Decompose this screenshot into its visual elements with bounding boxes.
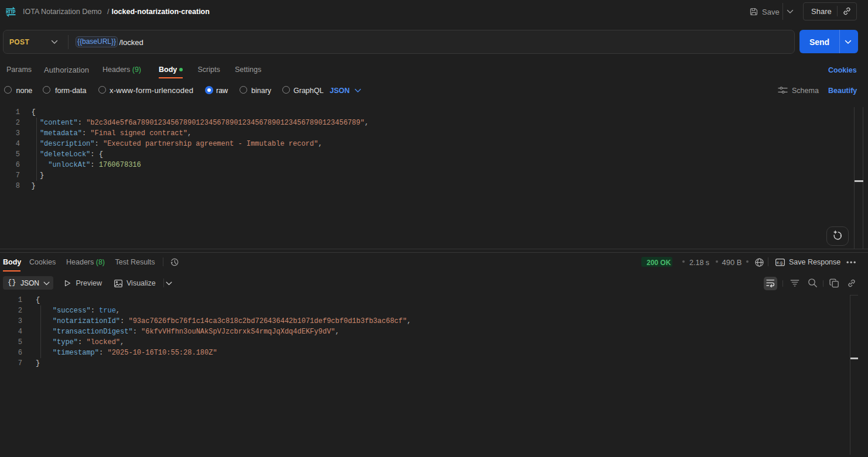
svg-text:e.g.: e.g. — [777, 260, 784, 265]
